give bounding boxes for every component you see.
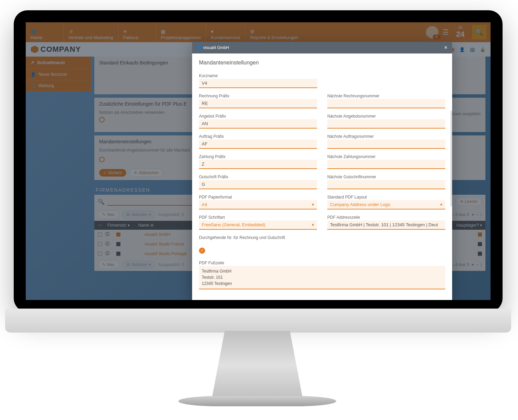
pdf-format-label: PDF Papierformat xyxy=(199,195,317,200)
angebot-prefix-label: Angebot Präfix xyxy=(199,114,317,119)
pdf-font-label: PDF Schriftart xyxy=(199,215,317,220)
kurzname-input[interactable] xyxy=(199,79,317,88)
kurzname-label: Kurzname xyxy=(199,73,317,78)
pdf-font-select[interactable]: FreeSans (General, Embedded)▾ xyxy=(199,220,317,230)
pdf-addr-label: PDF Addresszeile xyxy=(327,215,445,220)
rechnung-next-input[interactable] xyxy=(327,99,445,108)
pdf-foot-label: PDF Fußzeile xyxy=(199,261,445,265)
scrollbar[interactable] xyxy=(450,110,452,206)
gutschrift-next-label: Nächste Gutschriftnummer xyxy=(327,175,445,179)
pdf-foot-textarea[interactable]: Testfirma GmbH Teststr. 101 12345 Testin… xyxy=(199,266,445,289)
chevron-down-icon: ▾ xyxy=(312,202,314,207)
chevron-down-icon: ▾ xyxy=(440,202,443,207)
rechnung-prefix-label: Rechnung Präfix xyxy=(199,94,317,98)
angebot-next-input[interactable] xyxy=(327,119,445,129)
pdf-layout-select[interactable]: Company Address under Logo▾ xyxy=(327,200,445,209)
mandant-modal: 👤 visual4 GmbH × Mandanteneinstellungen … xyxy=(192,42,452,300)
monitor-base xyxy=(178,396,336,406)
gutschrift-next-input[interactable] xyxy=(327,180,445,189)
chevron-down-icon: ▾ xyxy=(312,222,314,227)
zahlung-next-label: Nächste Zahlungsnummer xyxy=(327,154,445,159)
user-icon: 👤 xyxy=(197,45,202,50)
gutschrift-prefix-input[interactable] xyxy=(199,180,317,189)
modal-header: 👤 visual4 GmbH × xyxy=(192,42,452,53)
zahlung-prefix-label: Zahlung Präfix xyxy=(199,154,317,159)
auftrag-next-label: Nächste Auftragsnummer xyxy=(327,134,445,139)
durchgehende-label: Durchgehende Nr. für Rechnung und Gutsch… xyxy=(199,235,445,240)
zahlung-next-input[interactable] xyxy=(327,160,445,169)
pdf-addr-input[interactable] xyxy=(327,220,445,230)
durchgehende-toggle[interactable]: ✓ xyxy=(199,248,205,254)
auftrag-prefix-label: Auftrag Präfix xyxy=(199,134,317,139)
gutschrift-prefix-label: Gutschrift Präfix xyxy=(199,175,317,179)
angebot-prefix-input[interactable] xyxy=(199,119,317,129)
auftrag-prefix-input[interactable] xyxy=(199,140,317,149)
angebot-next-label: Nächste Angebotsnummer xyxy=(327,114,445,119)
rechnung-prefix-input[interactable] xyxy=(199,99,317,108)
close-icon[interactable]: × xyxy=(444,45,447,51)
rechnung-next-label: Nächste Rechnungsnummer xyxy=(327,94,445,98)
auftrag-next-input[interactable] xyxy=(327,140,445,149)
monitor-chin xyxy=(5,309,511,333)
pdf-layout-label: Standard PDF Layout xyxy=(327,195,445,200)
modal-title: Mandanteneinstellungen xyxy=(199,60,445,66)
pdf-format-select[interactable]: A4▾ xyxy=(199,200,317,209)
monitor-stand xyxy=(192,331,322,399)
zahlung-prefix-input[interactable] xyxy=(199,160,317,169)
